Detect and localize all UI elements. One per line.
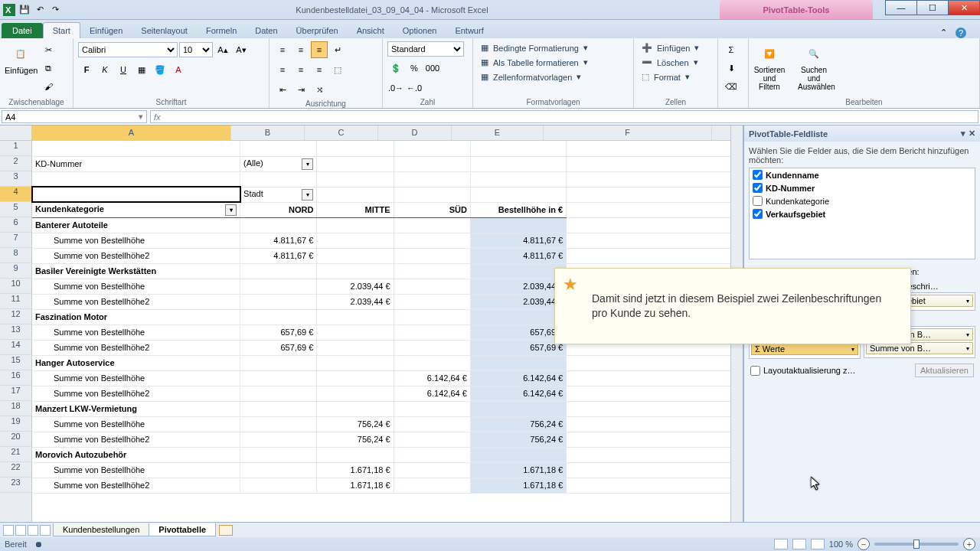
undo-icon[interactable]: ↶ bbox=[34, 4, 46, 16]
cond-format-button[interactable]: ▦ Bedingte Formatierung ▾ bbox=[478, 41, 591, 54]
kategorie-dropdown[interactable]: ▾ bbox=[225, 204, 237, 216]
field-list-close-icon[interactable]: ✕ bbox=[969, 129, 975, 139]
comma-icon[interactable]: 000 bbox=[424, 60, 441, 77]
field-KD-Nummer[interactable]: KD-Nummer bbox=[750, 181, 975, 194]
fill-color-icon[interactable]: 🪣 bbox=[152, 61, 168, 78]
orientation-icon[interactable]: ⤭ bbox=[311, 81, 328, 98]
align-right-icon[interactable]: ≡ bbox=[311, 61, 328, 78]
prev-sheet-icon[interactable] bbox=[15, 525, 26, 536]
active-cell[interactable] bbox=[32, 187, 240, 202]
paste-button[interactable]: 📋 Einfügen bbox=[5, 41, 37, 75]
tab-start[interactable]: Start bbox=[43, 22, 80, 38]
indent-dec-icon[interactable]: ⇤ bbox=[274, 81, 291, 98]
stadt-dropdown[interactable]: ▾ bbox=[302, 189, 313, 201]
window-title: Kundenbestelldatei_03_09_04_04 - Microso… bbox=[64, 5, 720, 15]
add-sheet-icon[interactable] bbox=[219, 525, 233, 536]
font-color-icon[interactable]: A bbox=[170, 61, 187, 78]
border-icon[interactable]: ▦ bbox=[133, 61, 150, 78]
inc-decimal-icon[interactable]: .0→ bbox=[387, 80, 404, 96]
wrap-text-icon[interactable]: ↵ bbox=[329, 41, 346, 58]
column-headers[interactable]: ABCDEF bbox=[32, 126, 743, 141]
tab-einfuegen[interactable]: Einfügen bbox=[80, 23, 132, 38]
grow-font-icon[interactable]: A▴ bbox=[214, 41, 231, 58]
macro-record-icon[interactable]: ⏺ bbox=[34, 540, 43, 549]
autosum-icon[interactable]: Σ bbox=[723, 41, 740, 58]
fill-icon[interactable]: ⬇ bbox=[723, 60, 740, 77]
currency-icon[interactable]: 💲 bbox=[387, 60, 404, 77]
field-list-options-icon[interactable]: ▾ bbox=[961, 129, 965, 139]
horizontal-scrollbar[interactable]: ⠀ bbox=[233, 525, 980, 535]
zoom-in-button[interactable]: + bbox=[963, 538, 975, 550]
pill-Σ  Werte[interactable]: Σ Werte▾ bbox=[751, 343, 858, 355]
tab-optionen[interactable]: Optionen bbox=[394, 23, 446, 38]
save-icon[interactable]: 💾 bbox=[18, 4, 31, 16]
first-sheet-icon[interactable] bbox=[3, 525, 14, 536]
minimize-button[interactable]: — bbox=[885, 0, 917, 15]
merge-icon[interactable]: ⬚ bbox=[329, 61, 346, 78]
redo-icon[interactable]: ↷ bbox=[49, 4, 61, 16]
font-name-combo[interactable]: Calibri bbox=[78, 42, 178, 57]
format-painter-icon[interactable]: 🖌 bbox=[40, 78, 57, 95]
maximize-button[interactable]: ☐ bbox=[916, 0, 949, 15]
defer-layout-label: Layoutaktualisierung z… bbox=[763, 366, 855, 375]
page-layout-view-icon[interactable] bbox=[792, 539, 806, 549]
zoom-out-button[interactable]: − bbox=[858, 538, 870, 550]
align-middle-icon[interactable]: ≡ bbox=[292, 41, 309, 58]
dec-decimal-icon[interactable]: ←.0 bbox=[406, 80, 423, 96]
sheet-tab-kundenbestellungen[interactable]: Kundenbestellungen bbox=[53, 523, 149, 536]
insert-cells-button[interactable]: ➕ Einfügen ▾ bbox=[639, 41, 702, 54]
italic-icon[interactable]: K bbox=[96, 61, 113, 78]
filter-dropdown[interactable]: ▾ bbox=[302, 158, 313, 170]
zoom-level[interactable]: 100 % bbox=[829, 540, 853, 549]
svg-text:X: X bbox=[5, 5, 11, 15]
tab-ansicht[interactable]: Ansicht bbox=[348, 23, 394, 38]
normal-view-icon[interactable] bbox=[774, 539, 788, 549]
font-size-combo[interactable]: 10 bbox=[179, 42, 213, 57]
row-headers[interactable]: 1234567891011121314151617181920212223 bbox=[0, 126, 32, 522]
formula-input[interactable]: fx bbox=[150, 110, 978, 123]
underline-icon[interactable]: U bbox=[115, 61, 132, 78]
field-Verkaufsgebiet[interactable]: Verkaufsgebiet bbox=[750, 207, 975, 220]
last-sheet-icon[interactable] bbox=[40, 525, 51, 536]
sort-filter-button[interactable]: 🔽 Sortieren und Filtern bbox=[753, 41, 786, 91]
align-bottom-icon[interactable]: ≡ bbox=[311, 41, 328, 58]
format-table-button[interactable]: ▦ Als Tabelle formatieren ▾ bbox=[478, 56, 591, 69]
field-Kundenname[interactable]: Kundenname bbox=[750, 168, 975, 181]
field-Kundenkategorie[interactable]: Kundenkategorie bbox=[750, 194, 975, 207]
tab-daten[interactable]: Daten bbox=[246, 23, 286, 38]
align-left-icon[interactable]: ≡ bbox=[274, 61, 291, 78]
zoom-slider[interactable] bbox=[874, 543, 959, 546]
number-format-combo[interactable]: Standard bbox=[387, 41, 464, 57]
shrink-font-icon[interactable]: A▾ bbox=[233, 41, 250, 58]
minimize-ribbon-icon[interactable]: ⌃ bbox=[940, 28, 951, 38]
find-select-button[interactable]: 🔍 Suchen und Auswählen bbox=[798, 41, 830, 91]
tab-file[interactable]: Datei bbox=[2, 23, 43, 38]
copy-icon[interactable]: ⧉ bbox=[40, 60, 57, 77]
tab-seitenlayout[interactable]: Seitenlayout bbox=[132, 23, 197, 38]
update-button[interactable]: Aktualisieren bbox=[915, 364, 974, 377]
bold-icon[interactable]: F bbox=[78, 61, 95, 78]
close-button[interactable]: ✕ bbox=[948, 0, 980, 15]
indent-inc-icon[interactable]: ⇥ bbox=[292, 81, 309, 98]
align-center-icon[interactable]: ≡ bbox=[292, 61, 309, 78]
field-list-title: PivotTable-Feldliste bbox=[749, 129, 828, 139]
name-box[interactable]: A4▾ bbox=[2, 110, 147, 123]
sheet-tab-pivottabelle[interactable]: Pivottabelle bbox=[149, 523, 216, 536]
page-break-view-icon[interactable] bbox=[811, 539, 825, 549]
cell-styles-button[interactable]: ▦ Zellenformatvorlagen ▾ bbox=[478, 70, 591, 83]
tutorial-callout: Damit sind jetzt in diesem Beispiel zwei… bbox=[554, 268, 911, 344]
delete-cells-button[interactable]: ➖ Löschen ▾ bbox=[639, 56, 702, 69]
excel-icon: X bbox=[3, 4, 15, 16]
tab-entwurf[interactable]: Entwurf bbox=[446, 23, 492, 38]
align-top-icon[interactable]: ≡ bbox=[274, 41, 291, 58]
defer-layout-checkbox[interactable] bbox=[750, 366, 760, 376]
percent-icon[interactable]: % bbox=[406, 60, 423, 77]
tab-formeln[interactable]: Formeln bbox=[197, 23, 246, 38]
field-list-fields[interactable]: KundennameKD-NummerKundenkategorieVerkau… bbox=[749, 168, 975, 259]
tab-ueberpruefen[interactable]: Überprüfen bbox=[287, 23, 348, 38]
next-sheet-icon[interactable] bbox=[28, 525, 38, 536]
cut-icon[interactable]: ✂ bbox=[40, 41, 57, 58]
help-icon[interactable]: ? bbox=[956, 28, 966, 38]
format-cells-button[interactable]: ⬚ Format ▾ bbox=[639, 70, 702, 83]
clear-icon[interactable]: ⌫ bbox=[723, 78, 740, 95]
